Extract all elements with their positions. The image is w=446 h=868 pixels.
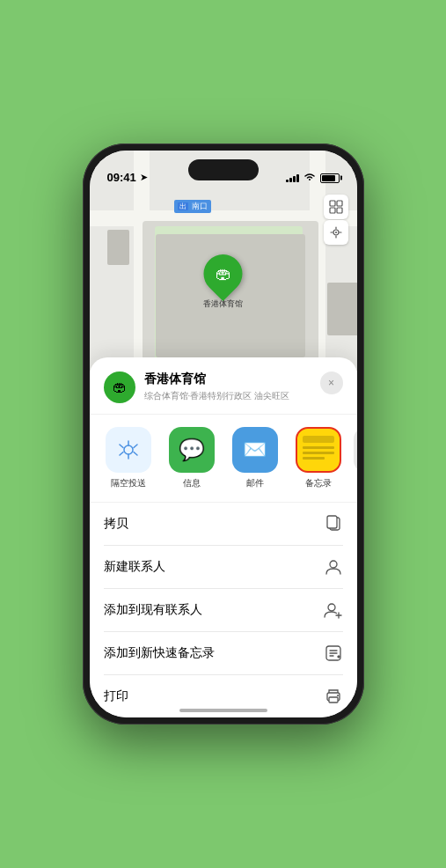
messages-label: 信息 xyxy=(183,477,201,489)
stadium-icon: 🏟 xyxy=(216,265,231,283)
svg-point-14 xyxy=(337,695,339,696)
action-copy-label: 拷贝 xyxy=(104,516,128,532)
new-contact-icon xyxy=(324,557,343,577)
add-existing-contact-icon xyxy=(324,600,343,620)
airdrop-label: 隔空投送 xyxy=(111,477,146,489)
location-pin: 🏟 香港体育馆 xyxy=(203,254,243,310)
svg-rect-1 xyxy=(337,201,342,206)
status-icons xyxy=(286,172,340,184)
venue-subtitle: 综合体育馆·香港特别行政区 油尖旺区 xyxy=(144,390,320,401)
action-print-label: 打印 xyxy=(104,688,128,704)
map-view-toggle[interactable] xyxy=(324,195,348,219)
svg-point-9 xyxy=(330,561,337,568)
mail-icon: ✉️ xyxy=(232,427,278,473)
dynamic-island xyxy=(188,159,259,180)
share-item-more[interactable] xyxy=(354,427,357,489)
svg-rect-8 xyxy=(327,516,337,528)
location-button[interactable] xyxy=(324,220,348,245)
action-new-contact-label: 新建联系人 xyxy=(104,559,165,575)
venue-header: 🏟 香港体育馆 综合体育馆·香港特别行政区 油尖旺区 × xyxy=(90,371,357,415)
home-indicator xyxy=(179,709,267,712)
map-label-nankou: 出 南口 xyxy=(174,200,212,213)
venue-icon: 🏟 xyxy=(104,371,135,403)
bottom-sheet: 🏟 香港体育馆 综合体育馆·香港特别行政区 油尖旺区 × xyxy=(90,357,357,717)
venue-info: 香港体育馆 综合体育馆·香港特别行政区 油尖旺区 xyxy=(144,371,320,401)
share-item-airdrop[interactable]: 隔空投送 xyxy=(100,427,157,489)
messages-icon: 💬 xyxy=(169,427,215,473)
share-item-mail[interactable]: ✉️ 邮件 xyxy=(227,427,283,489)
map-building xyxy=(107,230,129,265)
svg-point-6 xyxy=(124,445,133,454)
svg-rect-0 xyxy=(330,201,335,206)
location-arrow-icon: ➤ xyxy=(140,172,148,183)
quick-note-icon xyxy=(324,644,343,663)
map-building xyxy=(327,283,357,335)
notes-label: 备忘录 xyxy=(305,477,332,489)
map-controls xyxy=(324,195,348,245)
airdrop-icon xyxy=(106,427,151,473)
svg-point-10 xyxy=(328,604,335,611)
share-item-messages[interactable]: 💬 信息 xyxy=(164,427,220,489)
action-add-existing[interactable]: 添加到现有联系人 xyxy=(104,589,343,632)
status-time: 09:41 xyxy=(107,171,136,184)
action-new-contact[interactable]: 新建联系人 xyxy=(104,546,343,589)
share-item-notes[interactable]: 备忘录 xyxy=(290,427,347,489)
action-add-note-label: 添加到新快速备忘录 xyxy=(104,645,215,661)
action-copy[interactable]: 拷贝 xyxy=(104,503,343,546)
more-icon xyxy=(354,427,357,473)
svg-rect-3 xyxy=(337,208,342,213)
printer-icon xyxy=(324,687,343,706)
battery-icon xyxy=(320,173,340,183)
share-icons-row: 隔空投送 💬 信息 ✉️ 邮件 xyxy=(90,415,357,503)
copy-icon xyxy=(324,514,343,533)
wifi-icon xyxy=(303,172,316,184)
close-button[interactable]: × xyxy=(320,371,343,394)
action-add-existing-label: 添加到现有联系人 xyxy=(104,602,202,618)
mail-label: 邮件 xyxy=(246,477,264,489)
action-add-note[interactable]: 添加到新快速备忘录 xyxy=(104,632,343,675)
phone-screen: 09:41 ➤ xyxy=(90,151,357,717)
action-list: 拷贝 新建联系人 xyxy=(90,503,357,717)
venue-emoji-icon: 🏟 xyxy=(113,379,127,395)
notes-icon xyxy=(296,427,341,473)
venue-name: 香港体育馆 xyxy=(144,371,320,387)
phone-frame: 09:41 ➤ xyxy=(83,143,364,725)
svg-point-5 xyxy=(335,232,337,233)
signal-bars-icon xyxy=(286,173,299,182)
svg-rect-2 xyxy=(330,208,335,213)
pin-circle: 🏟 xyxy=(195,246,250,301)
svg-rect-13 xyxy=(329,697,338,702)
